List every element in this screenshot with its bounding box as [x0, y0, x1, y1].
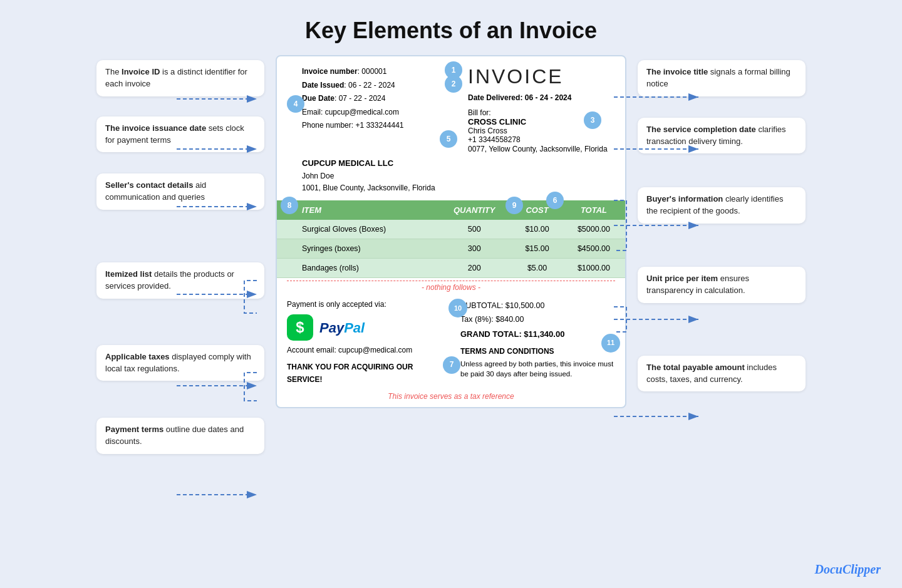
- badge-5: 5: [440, 130, 457, 148]
- subtotal-line: SUBTOTAL: $10,500.00: [460, 299, 615, 313]
- item-1-cost: $10.00: [512, 220, 562, 239]
- email-line: Email: cupcup@medical.com: [302, 106, 449, 120]
- ann-payment-terms: Payment terms outline due dates and disc…: [96, 418, 264, 454]
- badge-7: 7: [443, 356, 460, 374]
- table-row: Bandages (rolls) 200 $5.00 $1000.00: [277, 258, 625, 277]
- invoice-header-left: Invoice number: 000001 Date Issued: 06 -…: [287, 65, 449, 155]
- payment-left: Payment is only accepted via: $ PayPal A…: [287, 299, 442, 386]
- badge-2: 2: [445, 75, 462, 93]
- item-3-qty: 200: [437, 258, 512, 277]
- nothing-follows: - nothing follows -: [277, 281, 625, 294]
- ann-total-payable: The total payable amount includes costs,…: [638, 356, 806, 392]
- phone-label: Phone number: [302, 121, 351, 130]
- badge-3: 3: [584, 111, 601, 129]
- ann-issuance-date: The invoice issuance date sets clock for…: [96, 116, 264, 153]
- badge-10: 10: [448, 299, 467, 317]
- ann-seller-bold: Seller's contact details: [105, 180, 193, 190]
- tax-label: Tax (8%): [460, 315, 491, 324]
- badge-6: 6: [546, 192, 564, 209]
- invoice: 1 2 3 4 I: [276, 55, 626, 408]
- item-3-total: $1000.00: [562, 258, 625, 277]
- due-date-label: Due Date: [302, 94, 334, 103]
- ann-seller-contact: Seller's contact details aid communicati…: [96, 173, 264, 210]
- phone-line: Phone number: +1 333244441: [302, 119, 449, 133]
- tax-value: $840.00: [495, 315, 524, 324]
- col-item-header: 8 ITEM: [277, 200, 437, 220]
- account-email-line: Account email: cupcup@medical.com: [287, 344, 442, 356]
- invoice-header-right: INVOICE Date Delivered: 06 - 24 - 2024 B…: [449, 65, 615, 155]
- page-wrapper: Key Elements of an Invoice: [0, 0, 902, 588]
- seller-block: CUPCUP MEDICAL LLC John Doe 1001, Blue C…: [277, 155, 625, 200]
- buyer-phone: +1 3344558278: [468, 135, 615, 144]
- item-2-cost: $15.00: [512, 239, 562, 258]
- ann-service-date: The service completion date clarifies tr…: [638, 118, 806, 154]
- badge-11: 11: [601, 334, 620, 353]
- items-table: 8 ITEM QUANTITY 9: [277, 200, 625, 278]
- ann-payment-terms-bold: Payment terms: [105, 425, 163, 434]
- invoice-wrapper: 1 2 3 4 I: [276, 55, 626, 408]
- item-2-total: $4500.00: [562, 239, 625, 258]
- ann-invoice-id-bold: Invoice ID: [122, 67, 160, 76]
- col-total-header: TOTAL: [562, 200, 625, 220]
- tax-line: Tax (8%): $840.00: [460, 312, 615, 327]
- item-1-total: $5000.00: [562, 220, 625, 239]
- invoice-main-title: INVOICE: [468, 65, 615, 88]
- col-quantity-header: QUANTITY: [437, 200, 512, 220]
- seller-name: CUPCUP MEDICAL LLC: [302, 157, 615, 170]
- right-annotations-panel: The invoice title signals a formal billi…: [638, 55, 806, 391]
- ann-buyer-info: Buyer's information clearly identifies t…: [638, 187, 806, 224]
- badge-4: 4: [287, 95, 304, 113]
- paypal-logo: PayPal: [319, 317, 365, 339]
- buyer-address: 0077, Yellow County, Jacksonville, Flori…: [468, 144, 615, 155]
- ann-buyer-bold: Buyer's information: [646, 194, 723, 204]
- grand-total-line: GRAND TOTAL: $11,340.00: [460, 327, 615, 341]
- phone-value: +1 333244441: [355, 121, 403, 130]
- account-email-label: Account email: [287, 346, 334, 354]
- due-date-value: 07 - 22 - 2024: [339, 94, 386, 103]
- ann-unit-price: Unit price per item ensures transparency…: [638, 267, 806, 303]
- left-annotations-panel: The Invoice ID is a distinct identifier …: [96, 55, 264, 454]
- item-3-cost: $5.00: [512, 258, 562, 277]
- invoice-number-value: 000001: [361, 67, 386, 76]
- table-row: Surgical Gloves (Boxes) 500 $10.00 $5000…: [277, 220, 625, 239]
- ann-taxes: Applicable taxes displayed comply with l…: [96, 345, 264, 381]
- ann-invoice-id: The Invoice ID is a distinct identifier …: [96, 60, 264, 96]
- date-delivered-line: Date Delivered: 06 - 24 - 2024: [468, 93, 615, 102]
- tax-reference: This invoice serves as a tax reference: [277, 389, 625, 407]
- ann-unit-price-bold: Unit price per item: [646, 274, 718, 283]
- badge-8: 8: [281, 197, 298, 214]
- badge-9: 9: [505, 197, 523, 214]
- content-row: The Invoice ID is a distinct identifier …: [0, 55, 902, 454]
- date-issued-label: Date Issued: [302, 81, 344, 90]
- ann-taxes-bold: Applicable taxes: [105, 352, 170, 361]
- seller-contact: John Doe: [302, 170, 615, 182]
- due-date-line: Due Date: 07 - 22 - 2024: [302, 92, 449, 106]
- ann-itemized-bold: Itemized list: [105, 269, 152, 279]
- thank-you-text: THANK YOU FOR ACQUIRING OUR SERVICE!: [287, 361, 442, 385]
- ann-invoice-title: The invoice title signals a formal billi…: [638, 60, 806, 96]
- invoice-number-label: Invoice number: [302, 67, 358, 76]
- payment-section: 10 Payment is only accepted via: $ PayPa…: [277, 294, 625, 389]
- payment-right: SUBTOTAL: $10,500.00 Tax (8%): $840.00 G…: [448, 299, 615, 386]
- table-row: Syringes (boxes) 300 $15.00 $4500.00: [277, 239, 625, 258]
- ann-total-payable-bold: The total payable amount: [646, 363, 745, 372]
- invoice-number-line: Invoice number: 000001: [302, 65, 449, 79]
- date-issued-value: 06 - 22 - 2024: [348, 81, 395, 90]
- terms-title: TERMS AND CONDITIONS: [460, 345, 615, 359]
- item-2-qty: 300: [437, 239, 512, 258]
- item-2-name: Syringes (boxes): [277, 239, 437, 258]
- ann-issuance-date-bold: The invoice issuance date: [105, 123, 206, 133]
- seller-address: 1001, Blue County, Jacksonville, Florida: [302, 182, 615, 194]
- item-1-name: Surgical Gloves (Boxes): [277, 220, 437, 239]
- item-3-name: Bandages (rolls): [277, 258, 437, 277]
- page-title: Key Elements of an Invoice: [0, 0, 902, 55]
- date-issued-line: Date Issued: 06 - 22 - 2024: [302, 79, 449, 93]
- payment-icons-row: $ PayPal: [287, 314, 442, 341]
- subtotal-value: $10,500.00: [505, 301, 545, 310]
- ann-invoice-title-bold: The invoice title: [646, 67, 708, 76]
- ann-service-date-bold: The service completion date: [646, 125, 756, 134]
- terms-text: Unless agreed by both parties, this invo…: [460, 359, 615, 379]
- ann-itemized-list: Itemized list details the products or se…: [96, 262, 264, 299]
- brand-logo: DocuClipper: [814, 562, 881, 577]
- payment-accepted-label: Payment is only accepted via:: [287, 299, 442, 311]
